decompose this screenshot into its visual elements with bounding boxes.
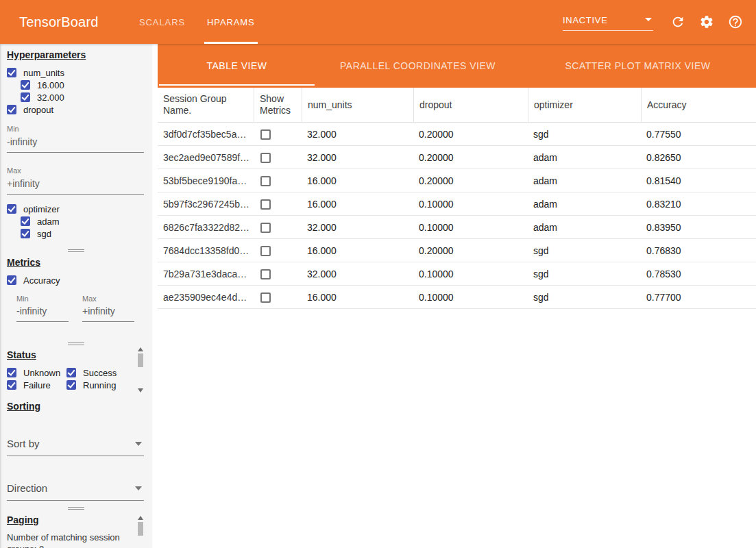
option-label: sgd bbox=[37, 229, 51, 239]
accuracy-value: 0.83210 bbox=[641, 199, 756, 210]
checkbox-checked-icon[interactable] bbox=[21, 229, 30, 238]
dropout-value: 0.10000 bbox=[413, 292, 528, 303]
tab-parallel-coordinates-view[interactable]: PARALLEL COORDINATES VIEW bbox=[316, 44, 520, 88]
session-group-name: ae235909ec4e4d… bbox=[158, 292, 254, 303]
checkbox-checked-icon[interactable] bbox=[66, 380, 76, 390]
tab-hparams[interactable]: HPARAMS bbox=[196, 0, 266, 44]
chevron-down-icon bbox=[135, 486, 142, 490]
dropout-value: 0.20000 bbox=[413, 152, 528, 163]
pane-resize-handle[interactable] bbox=[68, 249, 84, 252]
checkbox-checked-icon[interactable] bbox=[7, 380, 16, 390]
paging-heading: Paging bbox=[7, 514, 145, 525]
metric-label: Accuracy bbox=[23, 275, 60, 286]
dropout-value: 0.20000 bbox=[413, 129, 528, 140]
reload-interval-select[interactable]: INACTIVE bbox=[563, 14, 653, 31]
hparam-label: optimizer bbox=[23, 204, 60, 214]
status-heading: Status bbox=[7, 349, 145, 360]
show-metrics-checkbox[interactable] bbox=[260, 246, 271, 256]
checkbox-checked-icon[interactable] bbox=[66, 368, 76, 377]
accuracy-value: 0.76830 bbox=[641, 245, 756, 256]
checkbox-checked-icon[interactable] bbox=[7, 105, 16, 114]
checkbox-checked-icon[interactable] bbox=[7, 275, 16, 285]
table-row: 3ec2aed9e07589f… 32.000 0.20000 adam 0.8… bbox=[158, 146, 756, 169]
paging-scrollbar[interactable] bbox=[137, 516, 144, 548]
max-input[interactable]: +infinity bbox=[7, 175, 144, 195]
table-row: 53bf5bece9190fa… 16.000 0.20000 adam 0.8… bbox=[158, 169, 756, 192]
hparam-num-units-option-32[interactable]: 32.000 bbox=[21, 91, 145, 103]
app-header: TensorBoard SCALARS HPARAMS INACTIVE bbox=[0, 0, 756, 44]
gear-icon bbox=[699, 14, 714, 29]
status-unknown[interactable]: Unknown bbox=[7, 366, 66, 379]
optimizer-value: sgd bbox=[528, 245, 641, 256]
checkbox-checked-icon[interactable] bbox=[21, 80, 30, 90]
show-metrics-checkbox[interactable] bbox=[260, 292, 271, 303]
scroll-down-icon[interactable] bbox=[138, 388, 143, 393]
num-units-value: 16.000 bbox=[302, 245, 413, 256]
col-num-units: num_units bbox=[302, 88, 413, 122]
dropout-value: 0.10000 bbox=[413, 199, 528, 210]
pane-resize-handle[interactable] bbox=[68, 342, 84, 345]
session-group-table: Session Group Name. Show Metrics num_uni… bbox=[158, 88, 756, 309]
session-group-name: 3df0d7cf35bec5a… bbox=[158, 129, 254, 140]
optimizer-value: adam bbox=[528, 175, 641, 186]
hparam-optimizer[interactable]: optimizer bbox=[7, 203, 145, 215]
main-content: TABLE VIEW PARALLEL COORDINATES VIEW SCA… bbox=[158, 44, 756, 548]
max-input[interactable]: +infinity bbox=[82, 303, 134, 322]
tab-scatter-plot-matrix-view[interactable]: SCATTER PLOT MATRIX VIEW bbox=[520, 44, 756, 88]
hparam-num-units-option-16[interactable]: 16.000 bbox=[21, 79, 145, 91]
pane-resize-handle[interactable] bbox=[68, 507, 84, 510]
accuracy-value: 0.83950 bbox=[641, 222, 756, 233]
scroll-up-icon[interactable] bbox=[138, 347, 143, 351]
accuracy-value: 0.77700 bbox=[641, 292, 756, 303]
checkbox-checked-icon[interactable] bbox=[7, 204, 16, 214]
direction-dropdown[interactable]: Direction bbox=[7, 481, 144, 501]
col-optimizer: optimizer bbox=[528, 88, 641, 122]
help-button[interactable] bbox=[727, 14, 744, 30]
status-failure[interactable]: Failure bbox=[7, 379, 66, 391]
min-input[interactable]: -infinity bbox=[16, 303, 69, 322]
sorting-heading: Sorting bbox=[7, 401, 145, 412]
optimizer-value: sgd bbox=[528, 269, 641, 279]
scrollbar-thumb[interactable] bbox=[138, 353, 143, 367]
status-scrollbar[interactable] bbox=[137, 347, 144, 393]
metric-accuracy[interactable]: Accuracy bbox=[7, 274, 145, 286]
hparams-sidebar: Hyperparameters num_units 16.000 32.000 … bbox=[0, 44, 152, 548]
show-metrics-cell bbox=[254, 245, 302, 256]
show-metrics-checkbox[interactable] bbox=[260, 199, 271, 210]
hparam-optimizer-option-adam[interactable]: adam bbox=[21, 215, 145, 227]
direction-label: Direction bbox=[7, 482, 47, 494]
session-group-name: 53bf5bece9190fa… bbox=[158, 175, 254, 186]
option-label: 32.000 bbox=[37, 92, 64, 103]
sort-by-dropdown[interactable]: Sort by bbox=[7, 436, 144, 456]
optimizer-value: adam bbox=[528, 199, 641, 210]
refresh-button[interactable] bbox=[670, 14, 686, 30]
checkbox-checked-icon[interactable] bbox=[21, 92, 30, 102]
show-metrics-checkbox[interactable] bbox=[260, 269, 271, 279]
status-section: Status Unknown Success Failure Running bbox=[0, 349, 152, 391]
reload-interval-value: INACTIVE bbox=[563, 15, 608, 25]
checkbox-checked-icon[interactable] bbox=[7, 368, 16, 377]
checkbox-checked-icon[interactable] bbox=[21, 216, 30, 226]
show-metrics-checkbox[interactable] bbox=[260, 129, 271, 140]
checkbox-checked-icon[interactable] bbox=[7, 68, 16, 77]
num-units-value: 16.000 bbox=[302, 292, 413, 303]
scrollbar-thumb[interactable] bbox=[138, 522, 143, 536]
status-success[interactable]: Success bbox=[66, 366, 145, 379]
max-label: Max bbox=[82, 295, 134, 303]
settings-button[interactable] bbox=[698, 14, 715, 30]
option-label: 16.000 bbox=[37, 80, 64, 90]
status-running[interactable]: Running bbox=[66, 379, 145, 391]
hparam-optimizer-option-sgd[interactable]: sgd bbox=[21, 227, 145, 240]
min-input[interactable]: -infinity bbox=[7, 133, 144, 153]
show-metrics-checkbox[interactable] bbox=[260, 153, 271, 163]
metrics-heading: Metrics bbox=[7, 257, 145, 268]
show-metrics-checkbox[interactable] bbox=[260, 223, 271, 233]
hparam-dropout[interactable]: dropout bbox=[7, 103, 145, 116]
tab-scalars[interactable]: SCALARS bbox=[128, 0, 196, 44]
tab-table-view[interactable]: TABLE VIEW bbox=[158, 44, 316, 88]
show-metrics-cell bbox=[254, 175, 302, 186]
hparam-num-units[interactable]: num_units bbox=[7, 66, 145, 79]
scroll-up-icon[interactable] bbox=[138, 516, 143, 520]
show-metrics-checkbox[interactable] bbox=[260, 176, 271, 186]
table-header-row: Session Group Name. Show Metrics num_uni… bbox=[158, 88, 756, 123]
